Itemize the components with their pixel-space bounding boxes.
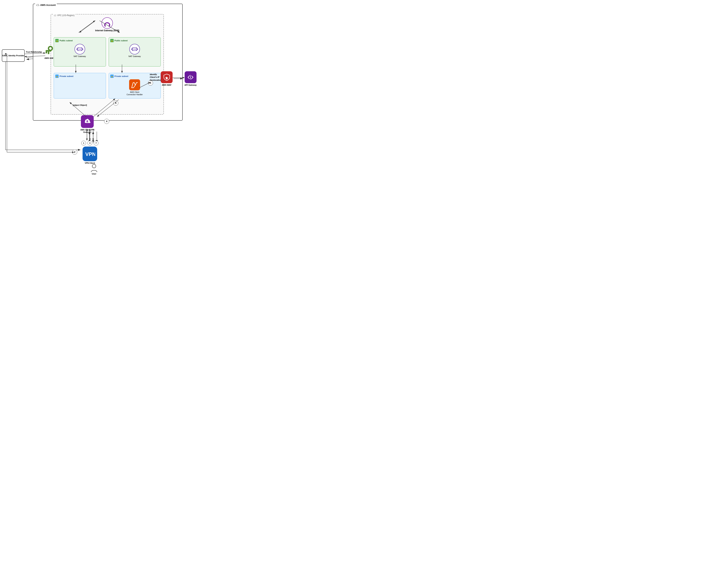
svg-rect-25: [105, 25, 105, 27]
public-subnet-2-label: Public subnet: [115, 40, 128, 42]
aws-account-label: AWS Account: [35, 4, 57, 6]
step-1-circle: 1: [81, 141, 86, 145]
lock-icon-2: 🔒: [110, 39, 114, 42]
svg-rect-26: [109, 25, 110, 27]
identify-label: IdentifyClient's IPGeolocation: [150, 73, 162, 81]
step-7-circle: 7: [94, 141, 98, 145]
nat-1-label: NAT Gateway: [74, 55, 86, 57]
igw-icon: [101, 17, 113, 29]
user-container: User: [90, 164, 98, 175]
association-label: [object Object]: [73, 104, 87, 106]
svg-point-36: [49, 47, 52, 50]
private-subnet-1: 🔒 Private subnet: [54, 73, 106, 98]
api-gateway-icon: [185, 71, 196, 83]
public-subnet-1: 🔒 Public subnet: [54, 37, 106, 67]
nat-1-container: NAT Gateway: [55, 44, 104, 57]
svg-line-41: [190, 75, 191, 79]
public-subnet-2: 🔒 Public subnet NAT Gateway: [109, 37, 161, 67]
vpn-endpoint-icon: [81, 115, 94, 128]
user-label: User: [92, 173, 96, 175]
public-subnet-1-label: Public subnet: [59, 40, 73, 42]
private-subnets-row: 🔒 Private subnet 🔒 Private subnet: [54, 73, 161, 98]
svg-point-43: [87, 121, 88, 122]
svg-text:VPN: VPN: [85, 151, 95, 157]
igw-label: Internet Gateway (IGW): [95, 29, 119, 32]
lock-icon-3: 🔒: [55, 75, 58, 78]
private-subnet-1-label: Private subnet: [59, 75, 73, 77]
waf-container: AWS WAF: [161, 71, 173, 86]
private-subnet-2-label: Private subnet: [115, 75, 128, 77]
lambda-icon: [129, 79, 140, 90]
trust-label: Trust Relationship: [26, 51, 42, 53]
iam-key-icon: [44, 45, 54, 57]
step-6-circle: 6: [113, 100, 118, 105]
saml-box: SAML Identity Provider: [2, 49, 25, 62]
iam-container: AWS IAM: [44, 45, 54, 59]
vpc-box: VPC (US-Region) Internet Gateway (IGW): [51, 14, 164, 115]
waf-label: AWS WAF: [162, 84, 171, 86]
api-gateway-container: API Gateway: [185, 71, 197, 86]
nat-2-label: NAT Gateway: [128, 55, 141, 57]
igw-container: Internet Gateway (IGW): [95, 17, 119, 32]
svg-point-45: [92, 164, 96, 168]
nat-icon-2: [129, 44, 140, 55]
nat-icon-1: [74, 44, 85, 55]
vpn-endpoint-label: AWS Client VPNEndpoint: [80, 128, 94, 134]
diagram-container: AWS Account VPC (US-Region) Internet Ga: [0, 0, 219, 175]
step-2-circle: 2: [72, 149, 77, 155]
vpc-label: VPC (US-Region): [53, 14, 76, 17]
vpn-client-container: 1 3 7 VPN VPN Client: [81, 141, 98, 164]
nat-2-container: NAT Gateway: [110, 44, 159, 57]
step-4-circle: 4: [104, 119, 109, 124]
lock-icon-4: 🔒: [110, 75, 114, 78]
iam-label: AWS IAM: [44, 57, 53, 59]
svg-rect-38: [46, 51, 47, 53]
svg-rect-39: [48, 51, 49, 54]
waf-to-api-arrow: [173, 76, 185, 81]
svg-rect-37: [46, 50, 51, 51]
vpn-client-icon: VPN: [82, 146, 97, 161]
lambda-label: AWS ClientConnection Handler: [126, 91, 143, 96]
api-gateway-label: API Gateway: [185, 84, 197, 86]
vpn-endpoint-container: AWS Client VPNEndpoint: [80, 115, 94, 134]
aws-account-box: AWS Account VPC (US-Region) Internet Ga: [33, 4, 183, 121]
lock-icon-1: 🔒: [55, 39, 58, 42]
waf-icon: [161, 71, 173, 83]
user-icon: [90, 164, 98, 172]
public-subnets-row: 🔒 Public subnet: [54, 37, 161, 67]
step-3-circle: 3: [88, 141, 92, 145]
